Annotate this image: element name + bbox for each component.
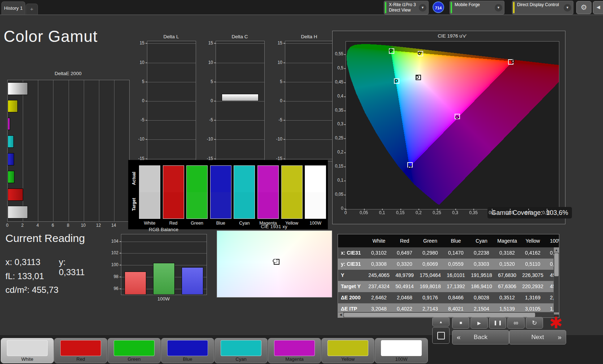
delta-l-chart: 151050-5-10-15: [147, 41, 196, 161]
tick-mark: [344, 138, 346, 139]
table-cell: 0,3182: [494, 247, 520, 259]
refresh-button[interactable]: ↻: [526, 317, 543, 329]
tick-mark: [120, 289, 121, 289]
tick-label: 0,1: [333, 178, 343, 183]
pause-button[interactable]: [489, 317, 506, 329]
meter-dropdown[interactable]: X-Rite i1Pro 3 Direct View ▼: [384, 1, 429, 14]
table-row: y: CIE310,33080,33200,60690,05590,33030,…: [338, 259, 559, 270]
results-table: WhiteRedGreenBlueCyanMagentaYellow100W x…: [338, 234, 559, 318]
patch-color-swatch: [60, 340, 101, 356]
scroll-left-button[interactable]: ◀: [338, 312, 343, 317]
table-cell: 0,5110: [520, 259, 546, 270]
table-cell: 0,3102: [366, 247, 392, 259]
swatch-target: [282, 192, 302, 218]
settings-button[interactable]: ⚙: [576, 1, 591, 14]
stop-button[interactable]: ■: [452, 317, 469, 329]
horizontal-scroll-thumb[interactable]: [344, 313, 535, 317]
table-cell: 0,2238: [469, 247, 494, 259]
play-button[interactable]: ▶: [470, 317, 488, 329]
swatch-actual: [187, 166, 207, 192]
table-row: x: CIE310,31020,64970,29800,14700,22380,…: [338, 247, 559, 259]
display-control-dropdown[interactable]: Direct Display Control ▼: [512, 1, 573, 14]
tick-mark: [344, 181, 346, 181]
page-title: Color Gamut: [4, 27, 97, 46]
table-cell: 191,9518: [469, 270, 494, 281]
table-header-cell: Blue: [443, 234, 469, 247]
bar-green: [153, 263, 175, 295]
table-header-cell: [338, 234, 366, 247]
measured-marker-yellow: [418, 52, 421, 55]
tick-label: -5: [269, 117, 282, 122]
patch-button-label: Cyan: [215, 356, 267, 362]
patch-button-blue[interactable]: Blue: [161, 338, 214, 363]
swatch-label: Green: [186, 221, 208, 226]
expand-up-button[interactable]: ▲: [432, 317, 450, 326]
back-button[interactable]: « Back: [452, 330, 509, 344]
tick-label: 12: [93, 223, 104, 228]
patch-window-button[interactable]: [432, 327, 450, 344]
meter-status-accent: [385, 2, 386, 13]
reading-fl-label: fL:: [5, 271, 15, 281]
next-button[interactable]: Next »: [509, 330, 566, 344]
gridline: [53, 80, 53, 221]
bar-magenta: [8, 118, 10, 130]
tab-history-1[interactable]: History 1: [1, 1, 25, 15]
vertical-scroll-thumb[interactable]: [554, 253, 559, 276]
table-cell: 0,1470: [443, 247, 469, 259]
patch-button-red[interactable]: Red: [54, 338, 107, 363]
swatch-actual: [305, 166, 326, 192]
bar-yellow: [8, 100, 18, 112]
patch-color-swatch: [7, 340, 48, 356]
source-dropdown[interactable]: Mobile Forge ▼: [450, 1, 504, 14]
scroll-up-button[interactable]: ▲: [554, 247, 559, 253]
collapse-panel-button[interactable]: ◀: [593, 1, 603, 14]
continuous-measure-button[interactable]: ∞: [507, 317, 525, 329]
cie-1931-chart: [217, 230, 332, 298]
patch-button-cyan[interactable]: Cyan: [214, 338, 268, 363]
meter-mode: Direct View: [389, 8, 411, 13]
patch-button-label: Yellow: [322, 356, 374, 362]
add-tab-button[interactable]: +: [26, 4, 38, 15]
tick-mark: [146, 120, 147, 121]
table-header-cell: Cyan: [469, 234, 494, 247]
tick-label: 0,5: [333, 65, 343, 70]
patch-button-white[interactable]: White: [1, 338, 54, 363]
tick-label: -10: [199, 136, 213, 142]
tick-label: 0: [338, 210, 353, 215]
gridline: [121, 242, 207, 242]
patch-color-swatch: [381, 340, 422, 356]
tick-mark: [146, 159, 147, 159]
infinity-icon: ∞: [514, 319, 519, 327]
bar-blue: [182, 267, 203, 295]
table-cell: 16,0101: [443, 270, 469, 281]
table-cell: 0,0559: [443, 259, 469, 270]
bar-white: [8, 82, 28, 95]
table-cell: 0,3512: [494, 292, 520, 303]
swatch-target: [139, 192, 160, 218]
vertical-scrollbar[interactable]: ▲: [554, 247, 559, 312]
patch-button-100w[interactable]: 100W: [375, 338, 428, 363]
patch-button-magenta[interactable]: Magenta: [268, 338, 321, 363]
measured-marker-cyan: [395, 79, 398, 82]
pause-icon: [495, 321, 501, 325]
table-header-cell: Yellow: [520, 234, 546, 247]
refresh-icon: ↻: [532, 319, 537, 327]
horizontal-scrollbar[interactable]: ◀: [338, 312, 554, 317]
square-icon: [437, 332, 445, 339]
table-cell: 17,1392: [443, 281, 469, 292]
row-label: Target Y: [338, 281, 366, 292]
patch-button-label: Green: [108, 356, 160, 362]
tick-label: 0,45: [503, 210, 517, 215]
row-label: x: CIE31: [338, 247, 366, 259]
patch-button-green[interactable]: Green: [108, 338, 161, 363]
cie-1976-chart: Gamut Coverage: 103,6%: [346, 41, 559, 209]
tick-label: 5: [269, 79, 282, 84]
patch-button-yellow[interactable]: Yellow: [321, 338, 374, 363]
patch-color-swatch: [274, 340, 315, 356]
tick-mark: [344, 82, 346, 83]
tick-mark: [283, 159, 285, 159]
display-status-accent: [513, 2, 515, 13]
table-cell: 0,4162: [520, 247, 546, 259]
gridline: [216, 82, 264, 82]
tick-label: 0: [269, 98, 282, 103]
